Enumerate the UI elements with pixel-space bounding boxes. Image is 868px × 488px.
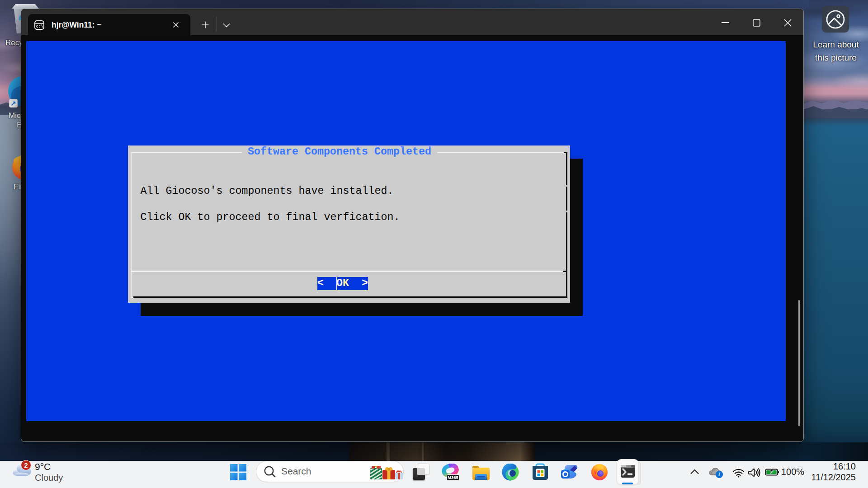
svg-text:c:\: c:\ [36,24,43,29]
